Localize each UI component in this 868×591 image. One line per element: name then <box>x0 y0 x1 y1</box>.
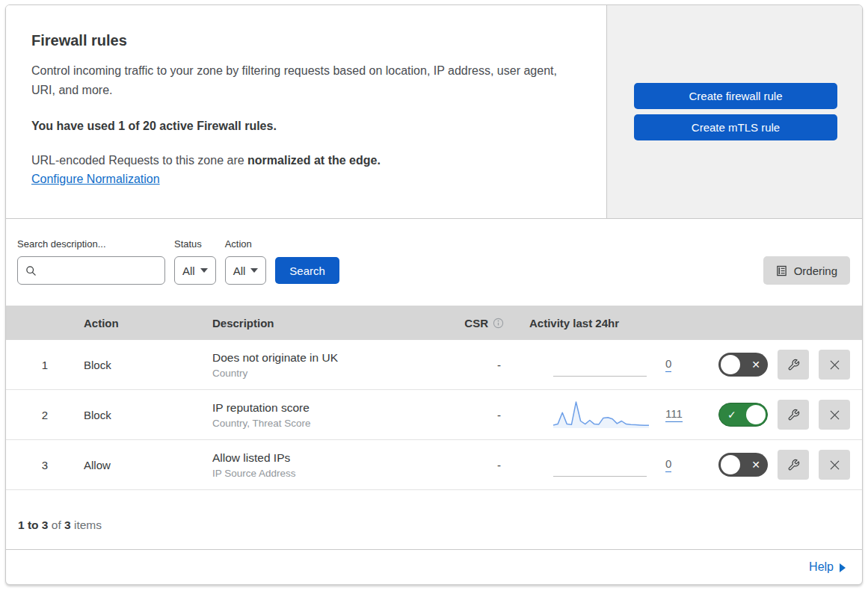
action-label: Action <box>225 238 267 250</box>
toggle-knob <box>746 405 766 424</box>
table-row: 3 Allow Allow listed IPs IP Source Addre… <box>6 440 862 490</box>
usage-summary: You have used 1 of 20 active Firewall ru… <box>31 120 581 133</box>
configure-normalization-link[interactable]: Configure Normalization <box>31 173 160 185</box>
column-header-action: Action <box>84 317 212 329</box>
filter-controls: Search description... Status All Action … <box>17 238 339 285</box>
create-firewall-rule-button[interactable]: Create firewall rule <box>634 83 837 109</box>
page-description: Control incoming traffic to your zone by… <box>31 61 570 100</box>
rule-controls: ✓ <box>718 400 862 430</box>
activity-count-link[interactable]: 0 <box>665 457 671 472</box>
csr-header-label: CSR <box>464 317 488 329</box>
pagination-range: 1 to 3 <box>18 519 48 531</box>
activity-sparkline <box>553 448 649 481</box>
rule-enabled-toggle[interactable]: ✕ <box>718 453 768 477</box>
status-label: Status <box>174 238 216 250</box>
pagination-summary: 1 to 3 of 3 items <box>6 490 862 550</box>
ordering-button-label: Ordering <box>794 264 837 277</box>
edit-rule-button[interactable] <box>778 400 809 430</box>
search-button[interactable]: Search <box>275 257 339 284</box>
normalization-note: URL-encoded Requests to this zone are no… <box>31 154 581 167</box>
column-header-csr: CSR <box>453 317 520 329</box>
help-link-label: Help <box>809 560 834 574</box>
rule-enabled-toggle[interactable]: ✕ <box>718 353 768 377</box>
edit-rule-button[interactable] <box>778 350 809 380</box>
rule-action: Block <box>84 359 212 371</box>
column-header-description: Description <box>212 317 453 329</box>
rule-description-cell: IP reputation score Country, Threat Scor… <box>212 401 453 429</box>
toggle-state-icon: ✓ <box>727 409 736 420</box>
help-bar: Help <box>6 550 862 584</box>
header-actions-panel: Create firewall rule Create mTLS rule <box>607 5 862 218</box>
page-title: Firewall rules <box>31 32 581 49</box>
firewall-rules-card: Firewall rules Control incoming traffic … <box>5 4 863 585</box>
rules-table: Action Description CSR Activity last 24h… <box>6 306 862 490</box>
rule-description-cell: Does not originate in UK Country <box>212 351 453 379</box>
status-dropdown[interactable]: All <box>174 256 216 285</box>
toggle-knob <box>721 455 740 474</box>
rule-description: Allow listed IPs <box>212 451 453 465</box>
status-filter-group: Status All <box>174 238 216 285</box>
table-row: 2 Block IP reputation score Country, Thr… <box>6 390 862 440</box>
header-section: Firewall rules Control incoming traffic … <box>6 5 862 219</box>
edit-rule-button[interactable] <box>778 450 809 480</box>
search-label: Search description... <box>17 238 165 250</box>
header-text-panel: Firewall rules Control incoming traffic … <box>6 5 607 218</box>
rule-criteria: IP Source Address <box>212 468 453 479</box>
rule-enabled-toggle[interactable]: ✓ <box>718 403 768 427</box>
rule-priority: 2 <box>6 409 84 421</box>
delete-rule-button[interactable] <box>819 400 850 430</box>
delete-rule-button[interactable] <box>819 350 850 380</box>
rule-csr: - <box>453 359 520 371</box>
rule-activity-cell: 111 <box>520 398 718 431</box>
table-row: 1 Block Does not originate in UK Country… <box>6 340 862 390</box>
rule-description: IP reputation score <box>212 401 453 415</box>
rule-priority: 3 <box>6 459 84 471</box>
ordering-list-icon <box>776 265 787 276</box>
pagination-items: items <box>71 519 102 531</box>
ordering-button[interactable]: Ordering <box>763 256 850 285</box>
arrow-right-icon <box>840 563 846 572</box>
delete-rule-button[interactable] <box>819 450 850 480</box>
rule-description: Does not originate in UK <box>212 351 453 365</box>
search-group: Search description... <box>17 238 165 285</box>
action-dropdown-value: All <box>233 264 246 277</box>
help-link[interactable]: Help <box>809 560 846 574</box>
toggle-state-icon: ✕ <box>751 359 760 370</box>
pagination-total: 3 <box>64 519 71 531</box>
search-icon <box>25 265 37 276</box>
action-dropdown[interactable]: All <box>225 256 267 285</box>
rule-controls: ✕ <box>718 450 862 480</box>
close-icon <box>828 358 842 372</box>
toggle-knob <box>721 355 740 374</box>
search-input-wrapper[interactable] <box>17 256 165 285</box>
create-mtls-rule-button[interactable]: Create mTLS rule <box>634 114 837 140</box>
table-body: 1 Block Does not originate in UK Country… <box>6 340 862 490</box>
activity-sparkline <box>553 398 649 431</box>
rule-priority: 1 <box>6 359 84 371</box>
info-icon[interactable] <box>493 318 504 329</box>
rule-csr: - <box>453 409 520 421</box>
rule-description-cell: Allow listed IPs IP Source Address <box>212 451 453 479</box>
rule-action: Block <box>84 409 212 421</box>
rule-csr: - <box>453 459 520 471</box>
wrench-icon <box>787 459 800 471</box>
wrench-icon <box>787 409 800 421</box>
close-icon <box>828 408 842 422</box>
chevron-down-icon <box>250 268 258 273</box>
activity-sparkline <box>553 348 649 381</box>
rule-criteria: Country <box>212 368 453 379</box>
activity-count-link[interactable]: 0 <box>665 357 671 372</box>
chevron-down-icon <box>200 268 208 273</box>
filter-bar: Search description... Status All Action … <box>6 219 862 306</box>
rule-controls: ✕ <box>718 350 862 380</box>
toggle-state-icon: ✕ <box>751 460 760 470</box>
table-header-row: Action Description CSR Activity last 24h… <box>6 306 862 340</box>
normalization-prefix: URL-encoded Requests to this zone are <box>31 154 247 167</box>
activity-count-link[interactable]: 111 <box>665 407 683 422</box>
wrench-icon <box>787 359 800 371</box>
status-dropdown-value: All <box>182 264 195 277</box>
column-header-activity: Activity last 24hr <box>520 317 718 329</box>
rule-action: Allow <box>84 459 212 471</box>
rule-activity-cell: 0 <box>520 448 718 481</box>
search-input[interactable] <box>43 264 157 276</box>
